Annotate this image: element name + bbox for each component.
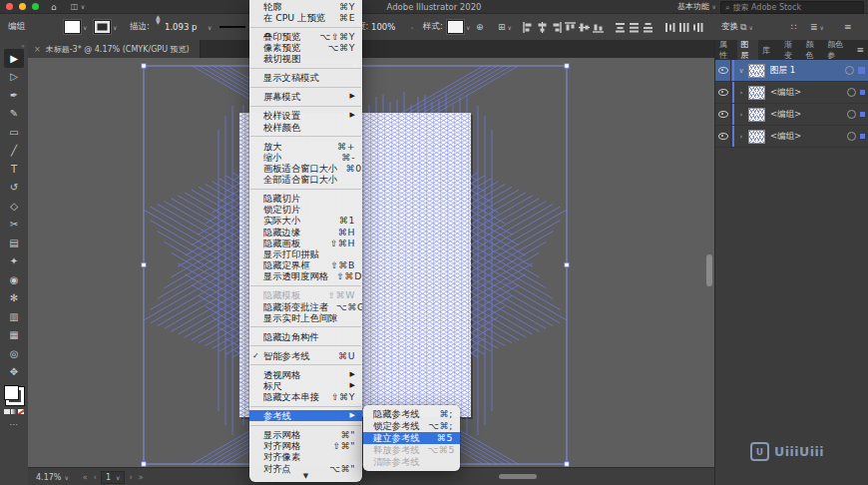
menu-item[interactable]: 隐藏边角构件 (249, 331, 362, 342)
menu-item[interactable]: 参考线▶ (249, 410, 362, 421)
menu-item[interactable]: 隐藏画板⇧⌘H (249, 238, 362, 248)
panel-tab-渐变[interactable]: 渐变 (780, 40, 802, 60)
zoom-dropdown-icon[interactable]: ∨ (64, 474, 68, 481)
selection-indicator[interactable] (860, 134, 865, 139)
direct-selection-tool[interactable]: ▷ (4, 68, 24, 87)
dist-h-right-icon[interactable] (692, 22, 703, 33)
rotate-tool[interactable]: ↺ (4, 179, 24, 198)
blend-tool[interactable]: ◉ (4, 270, 24, 289)
panel-tab-颜色参[interactable]: 颜色参 (823, 40, 851, 60)
stroke-stepper[interactable]: ▲▼ (156, 14, 161, 40)
color-button[interactable] (4, 409, 10, 414)
menu-item[interactable]: 屏幕模式▶ (249, 91, 362, 102)
symbol-sprayer-tool[interactable]: ✻ (4, 289, 24, 308)
layer-row[interactable]: ∨图层 1 (715, 60, 868, 82)
menu-item[interactable]: 实际大小⌘1 (249, 216, 362, 227)
target-circle-icon[interactable] (845, 66, 854, 75)
selection-indicator[interactable] (860, 112, 865, 117)
panel-tab-图层[interactable]: 图层 (737, 40, 759, 60)
align-left-icon[interactable] (523, 22, 534, 33)
first-page-icon[interactable]: « (83, 473, 88, 482)
toolbar-overflow-icon[interactable]: » (0, 40, 28, 49)
menu-item[interactable]: 隐藏参考线⌘; (363, 408, 460, 420)
dots-grid-icon[interactable]: ∷ (791, 14, 797, 40)
none-button[interactable] (18, 409, 24, 414)
expand-chevron-icon[interactable]: ∨ (734, 67, 748, 75)
dist-v-bottom-icon[interactable] (643, 22, 653, 33)
edit-toolbar-icon[interactable]: ⋯ (0, 420, 28, 429)
prev-page-icon[interactable]: ‹ (94, 473, 97, 482)
layer-row[interactable]: ›<编组> (715, 82, 868, 104)
target-circle-icon[interactable] (847, 132, 856, 141)
scissors-tool[interactable]: ✂ (4, 216, 24, 235)
menu-item[interactable]: 裁切视图 (249, 54, 362, 65)
gradient-tool[interactable]: ▤ (4, 234, 24, 252)
zoom-level[interactable]: 4.17% (36, 473, 61, 482)
menu-item[interactable]: 锁定参考线⌥⌘; (363, 420, 460, 432)
gradient-button[interactable] (11, 409, 17, 414)
stroke-color-swatch[interactable]: ∨ (94, 14, 117, 40)
transform-label[interactable]: 变换 (721, 14, 738, 40)
menu-item[interactable]: 显示文稿模式 (249, 73, 362, 84)
layer-name[interactable]: <编组> (770, 109, 847, 121)
last-page-icon[interactable]: » (139, 473, 144, 482)
vertical-scrollbar[interactable] (706, 254, 712, 286)
close-tab-icon[interactable]: × (34, 45, 41, 54)
layer-name[interactable]: <编组> (770, 87, 847, 99)
align-middle-v-icon[interactable] (579, 22, 590, 33)
layer-thumbnail[interactable] (748, 130, 765, 144)
visibility-toggle[interactable] (715, 104, 731, 125)
menu-item[interactable]: 建立参考线⌘5 (363, 432, 460, 444)
workspace-switcher[interactable]: 基本功能 ∨ (677, 1, 716, 12)
stroke-weight-dropdown-icon[interactable]: ∨ (208, 14, 212, 40)
fill-proxy-swatch[interactable] (4, 385, 19, 400)
panel-tab-库[interactable]: 库 (758, 40, 774, 60)
more-tools[interactable]: ✥ (4, 363, 24, 382)
menu-item[interactable]: 显示实时上色间隙 (249, 312, 362, 323)
menu-item[interactable]: 隐藏边缘⌘H (249, 227, 362, 238)
stroke-weight-value[interactable]: 1.093 p (165, 14, 197, 40)
menu-item[interactable]: 透视网格▶ (249, 369, 362, 380)
expand-chevron-icon[interactable]: › (734, 89, 748, 97)
pen-tool[interactable]: ✒ (4, 86, 24, 105)
menu-item[interactable]: 隐藏文本串接⇧⌘Y (249, 391, 362, 402)
dist-h-left-icon[interactable] (664, 22, 675, 33)
pathfinder-icon[interactable]: ⧉∨ (740, 14, 753, 40)
isolate-grid-icon[interactable]: ⊞∨ (498, 14, 512, 40)
dist-h-center-icon[interactable] (678, 22, 689, 33)
menu-item[interactable]: 显示网格⌘" (249, 429, 362, 440)
menu-item[interactable]: 校样设置▶ (249, 110, 362, 121)
dist-v-center-icon[interactable] (629, 22, 640, 33)
layer-name[interactable]: 图层 1 (770, 65, 845, 77)
selection-indicator[interactable] (860, 90, 865, 95)
opacity-disclosure-icon[interactable]: › (411, 14, 413, 40)
layer-name[interactable]: <编组> (770, 131, 847, 143)
menu-item[interactable]: 隐藏定界框⇧⌘B (249, 259, 362, 270)
menu-item[interactable]: 隐藏切片 (249, 193, 362, 204)
layer-thumbnail[interactable] (748, 86, 765, 100)
next-page-icon[interactable]: › (129, 473, 132, 482)
layer-row[interactable]: ›<编组> (715, 104, 868, 126)
visibility-toggle[interactable] (715, 60, 731, 81)
line-segment-tool[interactable]: ╱ (4, 142, 24, 161)
menu-item[interactable]: ✓智能参考线⌘U (249, 350, 362, 361)
menu-item[interactable]: 对齐网格⇧⌘" (249, 440, 362, 451)
target-circle-icon[interactable] (847, 88, 856, 97)
graph-tool[interactable]: ▥ (4, 307, 24, 326)
selection-indicator[interactable] (858, 67, 865, 74)
document-tab[interactable]: × 未标题-3* @ 4.17% (CMYK/GPU 预览) (28, 40, 201, 58)
list-view-icon[interactable]: ≣∨ (810, 14, 824, 40)
stock-search-input[interactable]: ⌕ 搜索 Adobe Stock (720, 1, 864, 14)
stroke-profile-preview[interactable] (219, 14, 245, 40)
curvature-tool[interactable]: ✎ (4, 105, 24, 124)
target-circle-icon[interactable] (847, 110, 856, 119)
expand-chevron-icon[interactable]: › (734, 111, 748, 119)
layer-thumbnail[interactable] (748, 108, 765, 122)
document-setup-icon[interactable]: ⊕ (476, 14, 484, 40)
dist-v-top-icon[interactable] (615, 22, 626, 33)
menu-item[interactable]: 画板适合窗口大小⌘0 (249, 163, 362, 174)
menu-list-icon[interactable]: ≡ (844, 14, 852, 40)
menu-item[interactable]: 校样颜色 (249, 122, 362, 133)
zoom-tool[interactable]: ◎ (4, 344, 24, 363)
visibility-toggle[interactable] (715, 82, 731, 103)
